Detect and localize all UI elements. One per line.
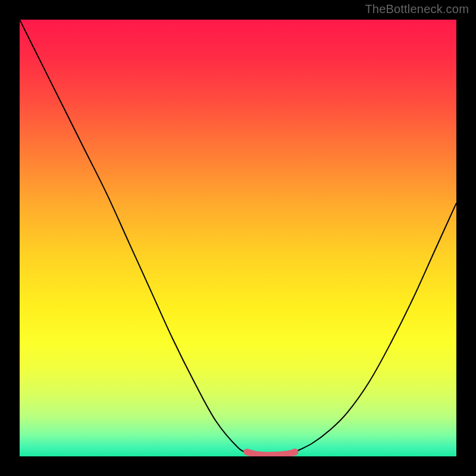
chart-curves-svg <box>20 20 456 456</box>
left-curve-path <box>20 20 247 452</box>
optimum-band-path <box>247 452 295 455</box>
right-curve-path <box>295 203 456 452</box>
chart-plot-area <box>20 20 456 456</box>
watermark-text: TheBottleneck.com <box>365 2 469 16</box>
optimum-end-dot <box>291 449 298 456</box>
